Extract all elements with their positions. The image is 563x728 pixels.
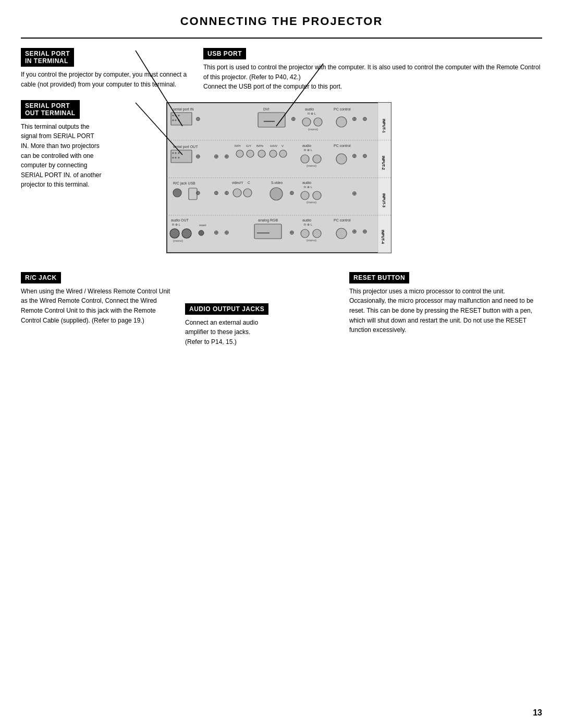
svg-text:⊕: ⊕ — [291, 116, 296, 122]
svg-point-32 — [247, 150, 254, 157]
svg-text:⊕: ⊕ — [362, 153, 367, 159]
page-title: CONNECTING THE PROJECTOR — [21, 0, 542, 39]
audio-output-section: AUDIO OUTPUT JACKS Connect an external a… — [185, 272, 339, 347]
rc-jack-label: R/C JACK — [21, 272, 61, 283]
bottom-section: R/C JACK When using the Wired / Wireless… — [21, 272, 542, 347]
svg-point-67 — [313, 191, 321, 200]
svg-point-17 — [314, 118, 322, 126]
svg-text:serial port IN: serial port IN — [173, 107, 194, 112]
usb-port-section: USB PORT This port is used to control th… — [203, 48, 542, 92]
svg-point-16 — [302, 118, 311, 126]
svg-point-74 — [182, 229, 191, 238]
reset-button-text: This projector uses a micro processor to… — [349, 287, 542, 335]
svg-text:⊕: ⊕ — [224, 229, 229, 236]
svg-text:▬▬▬: ▬▬▬ — [264, 119, 275, 122]
svg-text:(mono): (mono) — [307, 164, 316, 167]
svg-text:▬▬▬▬: ▬▬▬▬ — [257, 231, 270, 234]
serial-port-out-label: SERIAL PORTOUT TERMINAL — [21, 100, 80, 119]
svg-point-30 — [236, 150, 243, 157]
svg-text:INPUT-2: INPUT-2 — [382, 156, 385, 170]
svg-point-87 — [313, 229, 321, 238]
serial-port-in-label: SERIAL PORT IN TERMINAL — [21, 48, 74, 67]
serial-port-out-text: This terminal outputs thesignal from SER… — [21, 122, 157, 190]
svg-text:⊕: ⊕ — [352, 153, 357, 159]
svg-text:analog RGB: analog RGB — [258, 218, 278, 223]
serial-port-out-section: SERIAL PORTOUT TERMINAL This terminal ou… — [21, 100, 157, 190]
svg-text:⊕: ⊕ — [352, 190, 357, 196]
svg-text:INPUT-1: INPUT-1 — [382, 119, 386, 133]
reset-button-section: RESET BUTTON This projector uses a micro… — [349, 272, 542, 335]
svg-point-62 — [270, 188, 283, 200]
svg-point-76 — [199, 230, 204, 236]
audio-output-label: AUDIO OUTPUT JACKS — [185, 303, 268, 315]
serial-port-in-section: SERIAL PORT IN TERMINAL If you control t… — [21, 48, 188, 92]
svg-text:R  ⊕  L: R ⊕ L — [304, 223, 313, 226]
svg-text:C: C — [248, 181, 250, 184]
svg-text:(mono): (mono) — [307, 239, 316, 242]
svg-point-66 — [301, 191, 309, 200]
svg-text:⊕: ⊕ — [224, 190, 229, 196]
svg-text:(mono): (mono) — [173, 239, 183, 242]
svg-text:V: V — [282, 144, 284, 147]
svg-text:(mono): (mono) — [308, 128, 318, 131]
svg-text:R  ⊕  L: R ⊕ L — [308, 112, 316, 115]
svg-text:⊕: ⊕ — [214, 153, 218, 159]
svg-point-57 — [233, 189, 241, 197]
svg-text:⊕: ⊕ — [362, 228, 367, 235]
svg-text:audio OUT: audio OUT — [171, 218, 189, 222]
svg-point-52 — [173, 189, 181, 197]
svg-point-36 — [270, 150, 277, 157]
svg-text:⊕: ⊕ — [352, 228, 357, 235]
svg-text:◈ ◈ ◈: ◈ ◈ ◈ — [172, 118, 180, 121]
content-area: SERIAL PORT IN TERMINAL If you control t… — [21, 48, 542, 347]
svg-text:⊕: ⊕ — [195, 153, 200, 159]
svg-text:audio: audio — [305, 107, 314, 111]
svg-text:serial port OUT: serial port OUT — [173, 145, 198, 149]
svg-text:S-video: S-video — [271, 181, 283, 184]
svg-text:INPUT-4: INPUT-4 — [381, 230, 385, 244]
usb-port-label: USB PORT — [203, 48, 246, 59]
svg-text:INPUT-3: INPUT-3 — [382, 193, 386, 207]
svg-text:⊕: ⊕ — [195, 190, 200, 196]
rc-jack-text: When using the Wired / Wireless Remote C… — [21, 287, 175, 325]
svg-point-86 — [301, 229, 309, 238]
svg-point-73 — [170, 229, 179, 238]
svg-text:⊕: ⊕ — [224, 153, 229, 159]
svg-text:reset: reset — [199, 224, 206, 227]
svg-text:B/Pb: B/Pb — [256, 144, 264, 147]
svg-text:G/Y: G/Y — [246, 144, 251, 147]
left-notes: SERIAL PORTOUT TERMINAL This terminal ou… — [21, 100, 162, 197]
svg-text:PC control: PC control — [334, 218, 351, 222]
panel-diagram: serial port IN ◈ ◈ ◈ ◈ ◈ ◈ ⊕ DVI ▬▬▬ ⊕ a… — [162, 100, 407, 256]
svg-text:⊕: ⊕ — [289, 190, 294, 196]
svg-text:⊕: ⊕ — [214, 190, 218, 196]
svg-point-42 — [313, 155, 321, 163]
svg-point-38 — [279, 150, 287, 157]
svg-text:R/Pr: R/Pr — [235, 144, 241, 147]
svg-point-41 — [301, 155, 309, 163]
audio-output-text: Connect an external audioamplifier to th… — [185, 318, 339, 347]
svg-text:R  ⊕  L: R ⊕ L — [172, 223, 181, 226]
rc-jack-section: R/C JACK When using the Wired / Wireless… — [21, 272, 175, 325]
panel-diagram-wrap: serial port IN ◈ ◈ ◈ ◈ ◈ ◈ ⊕ DVI ▬▬▬ ⊕ a… — [162, 100, 407, 256]
usb-port-text: This port is used to control the project… — [203, 63, 542, 92]
svg-text:DVI: DVI — [263, 107, 270, 111]
svg-text:PC control: PC control — [334, 107, 351, 111]
page-number: 13 — [533, 708, 542, 718]
svg-point-45 — [336, 154, 347, 164]
svg-text:audio: audio — [302, 181, 311, 184]
svg-text:◈ ◈ ◈: ◈ ◈ ◈ — [172, 151, 180, 154]
svg-text:⊕: ⊕ — [195, 116, 200, 122]
svg-text:R  ⊕  L: R ⊕ L — [304, 149, 313, 152]
svg-point-58 — [243, 189, 252, 197]
svg-text:◈ ◈ ◈: ◈ ◈ ◈ — [172, 114, 180, 117]
svg-point-90 — [336, 228, 347, 239]
svg-text:⊕: ⊕ — [352, 116, 357, 122]
svg-text:⊕: ⊕ — [362, 116, 367, 122]
svg-text:⊕: ⊕ — [289, 229, 294, 236]
svg-text:(mono): (mono) — [307, 201, 316, 204]
svg-text:◈ ◈ ◈: ◈ ◈ ◈ — [172, 156, 180, 159]
svg-text:⊕: ⊕ — [214, 229, 218, 236]
svg-text:H/HV: H/HV — [270, 144, 277, 147]
svg-text:R  ⊕  L: R ⊕ L — [304, 186, 313, 189]
